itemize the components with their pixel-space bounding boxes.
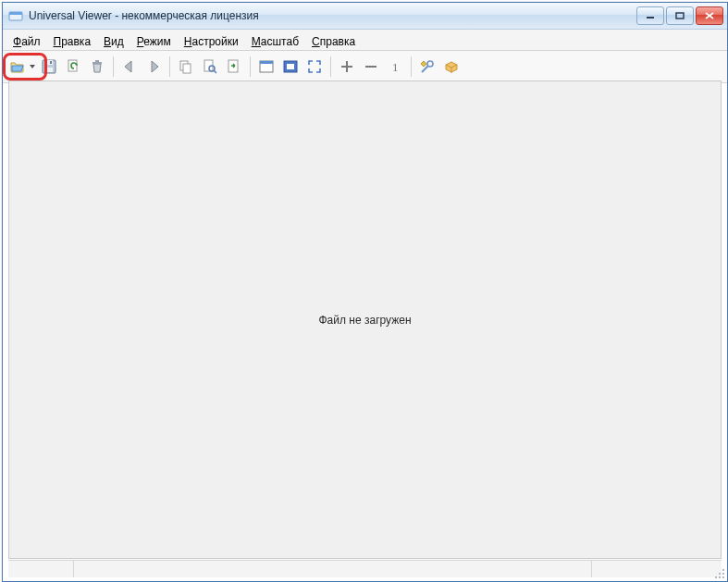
minimize-button[interactable] [636,6,664,25]
svg-point-24 [427,61,433,67]
fullscreen-button[interactable] [303,56,326,78]
menu-file[interactable]: Файл [6,33,47,50]
svg-rect-8 [45,68,53,72]
zoom-100-button[interactable]: 1 [384,56,406,78]
reload-icon [65,58,81,75]
svg-point-27 [722,573,724,575]
menu-view[interactable]: Вид [97,33,130,50]
window-title: Universal Viewer - некоммерческая лиценз… [29,9,636,22]
maximize-button[interactable] [666,6,694,25]
plugins-button[interactable] [440,56,463,78]
svg-point-25 [722,569,724,571]
app-window: Universal Viewer - некоммерческая лиценз… [2,2,728,582]
menu-settings[interactable]: Настройки [178,33,245,50]
svg-rect-14 [183,64,191,73]
package-icon [443,58,460,75]
svg-text:1: 1 [392,60,399,74]
arrow-left-icon [121,58,138,75]
window-controls [636,6,723,25]
menu-edit[interactable]: Правка [47,33,98,50]
svg-rect-20 [260,61,273,64]
plus-icon [339,59,354,74]
zoom-in-button[interactable] [336,56,358,78]
open-button[interactable] [6,56,36,78]
toolbar-separator [113,56,114,77]
search-icon [202,58,218,75]
find-button[interactable] [199,56,221,78]
forward-button[interactable] [142,56,165,78]
back-button[interactable] [118,56,141,78]
svg-rect-3 [676,13,684,19]
copy-icon [178,58,194,75]
status-cell-1 [8,561,74,577]
menu-mode[interactable]: Режим [130,33,178,50]
menu-zoom[interactable]: Масштаб [245,33,305,50]
menubar: Файл Правка Вид Режим Настройки Масштаб … [3,30,727,51]
reload-button[interactable] [62,56,84,78]
svg-rect-1 [9,12,22,15]
svg-rect-10 [68,60,77,71]
empty-message: Файл не загружен [318,314,411,327]
goto-button[interactable] [223,56,245,78]
one-icon: 1 [388,59,402,74]
minus-icon [364,59,378,74]
chevron-down-icon [29,65,36,68]
toolbar: 1 [3,51,727,83]
tools-icon [419,58,436,75]
menu-help[interactable]: Справка [305,33,362,50]
toolbar-separator [411,56,412,77]
svg-line-17 [214,70,216,73]
zoom-out-button[interactable] [360,56,382,78]
svg-point-28 [715,576,717,578]
toolbar-separator [330,56,331,77]
titlebar: Universal Viewer - некоммерческая лиценз… [3,3,727,30]
status-cell-3 [592,561,722,577]
svg-rect-11 [93,62,102,64]
toolbar-separator [250,56,251,77]
svg-rect-9 [50,61,52,64]
fullscreen-icon [306,58,323,75]
save-button[interactable] [38,56,60,78]
folder-open-icon [6,56,29,78]
statusbar [8,560,722,577]
status-cell-2 [74,561,592,577]
floppy-icon [41,58,57,75]
copy-button[interactable] [175,56,197,78]
fit-window-icon [258,58,275,75]
svg-rect-12 [95,60,99,62]
arrow-right-icon [145,58,162,75]
content-area: Файл не загружен [8,80,722,559]
toolbar-separator [169,56,170,77]
delete-button[interactable] [86,56,108,78]
close-button[interactable] [696,6,723,25]
app-icon [8,8,23,23]
fit-width-button[interactable] [279,56,302,78]
svg-point-29 [719,576,721,578]
fit-window-button[interactable] [255,56,278,78]
svg-rect-22 [287,64,294,69]
trash-icon [89,58,105,75]
fit-width-icon [282,58,299,75]
goto-icon [226,58,242,75]
svg-point-30 [722,576,724,578]
options-button[interactable] [416,56,438,78]
resize-grip-icon[interactable] [712,566,725,579]
svg-point-26 [719,573,721,575]
